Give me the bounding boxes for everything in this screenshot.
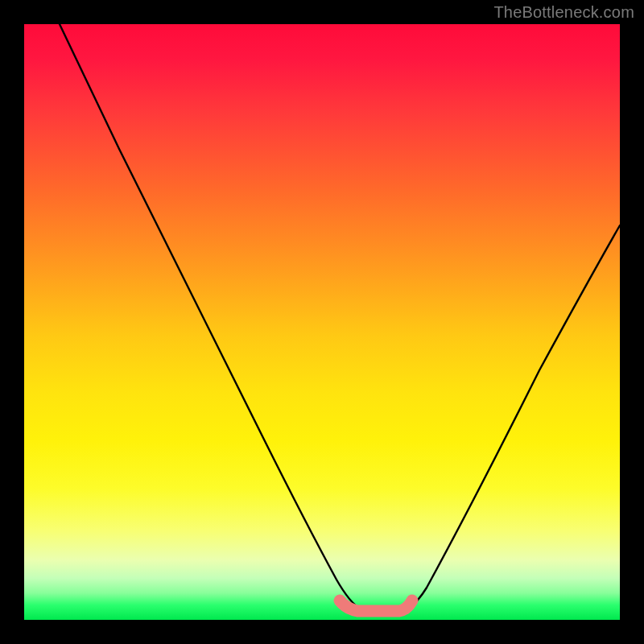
chart-frame: TheBottleneck.com (0, 0, 644, 644)
marker-band (340, 601, 412, 611)
curve-line (60, 24, 620, 612)
watermark-text: TheBottleneck.com (493, 3, 634, 22)
chart-overlay (24, 24, 620, 620)
